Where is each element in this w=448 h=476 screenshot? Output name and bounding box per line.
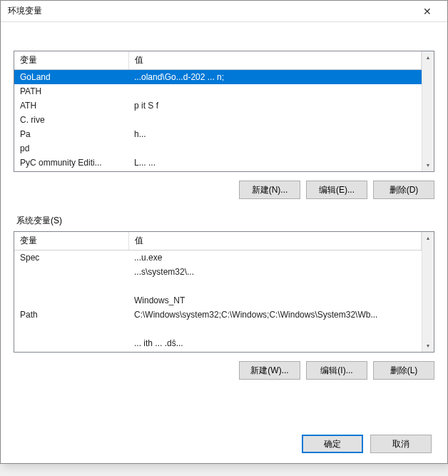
env-vars-dialog: 环境变量 ✕ 变量 值 (0, 0, 448, 464)
table-row[interactable]: PyC ommunity Editi... L... ... (14, 156, 422, 170)
dialog-footer: 确定 取消 (14, 427, 434, 456)
scroll-down-icon[interactable]: ▾ (422, 340, 434, 352)
system-vars-label: 系统变量(S) (16, 215, 434, 227)
cell-val (128, 141, 422, 156)
cell-val (128, 322, 422, 336)
user-vars-table[interactable]: 变量 值 GoLand ...oland\Go...d-202 ... n; P… (14, 51, 422, 171)
cell-var: GoLand (14, 70, 128, 84)
system-vars-table-wrap: 变量 值 Spec ...u.exe (14, 231, 434, 353)
user-vars-table-wrap: 变量 值 GoLand ...oland\Go...d-202 ... n; P… (14, 51, 434, 172)
system-edit-button[interactable]: 编辑(I)... (306, 361, 367, 380)
sys-col-val[interactable]: 值 (128, 232, 422, 250)
user-col-var[interactable]: 变量 (14, 51, 128, 70)
table-row[interactable]: ...s\system32\... (14, 265, 422, 279)
cell-var (14, 322, 128, 336)
cell-var: Pa (14, 127, 128, 141)
user-new-button[interactable]: 新建(N)... (239, 181, 300, 199)
system-vars-section: 系统变量(S) 变量 值 Spec (14, 215, 434, 395)
cell-var: Path (14, 308, 128, 322)
system-new-button[interactable]: 新建(W)... (239, 361, 300, 380)
scroll-down-icon[interactable]: ▾ (422, 159, 434, 171)
system-vars-scrollbar[interactable]: ▴ ▾ (422, 232, 434, 352)
title-bar: 环境变量 ✕ (1, 1, 447, 22)
cell-var: PATH (14, 84, 128, 98)
cell-var (14, 279, 128, 293)
table-row[interactable]: ATH p it S f (14, 98, 422, 113)
cancel-button[interactable]: 取消 (370, 435, 432, 453)
table-row[interactable]: Pa h... (14, 127, 422, 141)
sys-col-var[interactable]: 变量 (14, 232, 128, 250)
content-area: 变量 值 GoLand ...oland\Go...d-202 ... n; P… (1, 22, 447, 463)
cell-var: pd (14, 141, 128, 156)
table-row[interactable]: C. rive (14, 113, 422, 127)
cell-val: h... (128, 127, 422, 141)
user-vars-buttons: 新建(N)... 编辑(E)... 删除(D) (14, 181, 434, 199)
close-button[interactable]: ✕ (413, 4, 442, 19)
cell-var: Spec (14, 250, 128, 265)
system-delete-button[interactable]: 删除(L) (373, 361, 434, 380)
cell-val: ...oland\Go...d-202 ... n; (128, 70, 422, 84)
user-vars-scrollbar[interactable]: ▴ ▾ (422, 51, 434, 171)
cell-val: L... ... (128, 156, 422, 170)
cell-val (128, 113, 422, 127)
cell-var (14, 293, 128, 308)
cell-val (128, 279, 422, 293)
table-row[interactable]: Path C:\Windows\system32;C:\Windows;C:\W… (14, 308, 422, 322)
cell-val: Windows_NT (128, 293, 422, 308)
table-row[interactable] (14, 322, 422, 336)
system-vars-buttons: 新建(W)... 编辑(I)... 删除(L) (14, 361, 434, 380)
user-col-val[interactable]: 值 (128, 51, 422, 70)
table-row[interactable]: PATH (14, 84, 422, 98)
scroll-up-icon[interactable]: ▴ (422, 51, 434, 64)
cell-val: p it S f (128, 98, 422, 113)
system-vars-table[interactable]: 变量 值 Spec ...u.exe (14, 232, 422, 352)
table-row[interactable]: Windows_NT (14, 293, 422, 308)
cell-var: ATH (14, 98, 128, 113)
window-title: 环境变量 (8, 5, 42, 17)
cell-var (14, 265, 128, 279)
cell-val: ...u.exe (128, 250, 422, 265)
table-row[interactable]: ... ith ... .dŝ... (14, 336, 422, 350)
cell-var (14, 336, 128, 350)
cell-val (128, 84, 422, 98)
table-row[interactable] (14, 279, 422, 293)
user-vars-label (16, 35, 434, 46)
scroll-up-icon[interactable]: ▴ (422, 232, 434, 244)
close-icon: ✕ (423, 6, 432, 17)
ok-button[interactable]: 确定 (302, 435, 363, 453)
user-delete-button[interactable]: 删除(D) (373, 181, 434, 199)
cell-val: C:\Windows\system32;C:\Windows;C:\Window… (128, 308, 422, 322)
user-edit-button[interactable]: 编辑(E)... (306, 181, 367, 199)
table-row[interactable]: Spec ...u.exe (14, 250, 422, 265)
cell-val: ... ith ... .dŝ... (128, 336, 422, 350)
cell-var: PyC ommunity Editi... (14, 156, 128, 170)
cell-val: ...s\system32\... (128, 265, 422, 279)
cell-var: C. rive (14, 113, 128, 127)
table-row[interactable]: pd (14, 141, 422, 156)
user-vars-section: 变量 值 GoLand ...oland\Go...d-202 ... n; P… (14, 35, 434, 215)
table-row[interactable]: GoLand ...oland\Go...d-202 ... n; (14, 70, 422, 84)
